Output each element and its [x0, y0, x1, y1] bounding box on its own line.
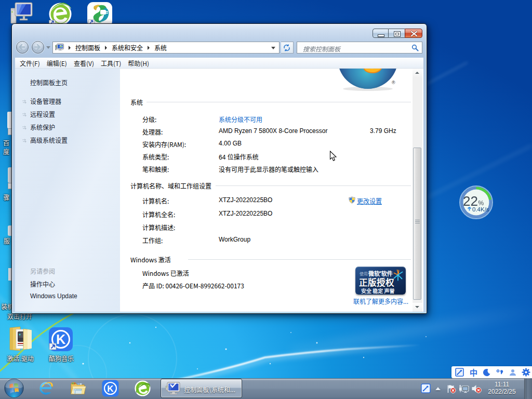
svg-text:K: K [107, 384, 114, 394]
svg-text:%: % [478, 200, 484, 207]
svg-text:0.4K/s: 0.4K/s [472, 206, 489, 212]
svg-text:K: K [56, 332, 65, 347]
